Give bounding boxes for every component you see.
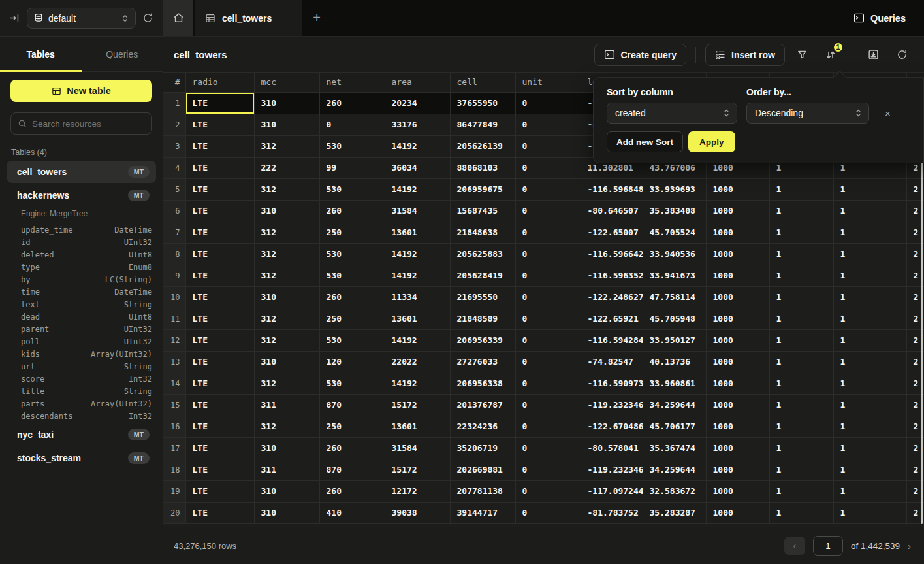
table-cell[interactable]: 45.705524 xyxy=(643,222,706,243)
table-cell[interactable]: 310 xyxy=(254,200,319,222)
table-cell[interactable]: 312 xyxy=(254,243,319,265)
table-cell[interactable]: 205626139 xyxy=(450,135,515,157)
column-header-net[interactable]: net xyxy=(319,73,385,92)
table-cell[interactable]: 1 xyxy=(769,394,833,416)
table-cell[interactable]: 0 xyxy=(515,200,581,222)
new-table-button[interactable]: New table xyxy=(10,80,152,102)
sort-order-select[interactable]: Descending xyxy=(746,103,869,124)
table-cell[interactable]: LTE xyxy=(185,265,254,286)
sort-button[interactable]: 1 xyxy=(819,43,842,67)
table-cell[interactable]: -122.65921 xyxy=(581,308,643,329)
table-cell[interactable]: 15172 xyxy=(385,459,450,480)
table-cell[interactable]: 1000 xyxy=(706,329,769,351)
table-cell[interactable]: 0 xyxy=(515,178,581,200)
table-cell[interactable]: 0 xyxy=(515,416,581,437)
table-cell[interactable]: 0 xyxy=(515,243,581,265)
tab-cell-towers[interactable]: cell_towers xyxy=(195,0,302,36)
table-cell[interactable]: 45.705948 xyxy=(643,308,706,329)
table-cell[interactable]: 1 xyxy=(769,480,833,502)
table-cell[interactable]: 1000 xyxy=(706,243,769,265)
apply-sort-button[interactable]: Apply xyxy=(688,131,735,152)
table-cell[interactable]: LTE xyxy=(185,286,254,308)
table-cell[interactable]: 250 xyxy=(319,222,385,243)
sort-column-select[interactable]: created xyxy=(607,103,737,124)
table-cell[interactable]: -116.596352 xyxy=(581,265,643,286)
insert-row-button[interactable]: Insert row xyxy=(705,44,785,66)
table-cell[interactable]: 312 xyxy=(254,416,319,437)
table-cell[interactable]: 1 xyxy=(833,459,906,480)
table-cell[interactable]: LTE xyxy=(185,416,254,437)
table-cell[interactable]: 222 xyxy=(254,157,319,178)
table-cell[interactable]: 99 xyxy=(319,157,385,178)
table-cell[interactable]: LTE xyxy=(185,437,254,459)
table-cell[interactable]: 1 xyxy=(769,200,833,222)
table-cell[interactable]: 32.583672 xyxy=(643,480,706,502)
table-cell[interactable]: 312 xyxy=(254,373,319,394)
table-cell[interactable]: 312 xyxy=(254,135,319,157)
table-cell[interactable]: 14192 xyxy=(385,265,450,286)
table-cell[interactable]: LTE xyxy=(185,459,254,480)
table-cell[interactable]: -74.82547 xyxy=(581,351,643,373)
table-cell[interactable]: 0 xyxy=(515,157,581,178)
table-cell[interactable]: LTE xyxy=(185,351,254,373)
table-cell[interactable]: 0 xyxy=(515,308,581,329)
home-tab[interactable] xyxy=(163,0,193,36)
table-cell[interactable]: 27276033 xyxy=(450,351,515,373)
table-cell[interactable]: 33.950127 xyxy=(643,329,706,351)
table-cell[interactable]: 1 xyxy=(769,178,833,200)
table-cell[interactable]: 14192 xyxy=(385,178,450,200)
table-cell[interactable]: 88068103 xyxy=(450,157,515,178)
queries-button[interactable]: Queries xyxy=(853,13,906,24)
sidebar-table-cell_towers[interactable]: cell_towersMT xyxy=(7,161,156,183)
table-cell[interactable]: 1000 xyxy=(706,480,769,502)
sidebar-table-nyc_taxi[interactable]: nyc_taxiMT xyxy=(7,423,156,446)
table-cell[interactable]: 1 xyxy=(833,286,906,308)
column-header-area[interactable]: area xyxy=(385,73,450,92)
table-cell[interactable]: -119.232346 xyxy=(581,394,643,416)
table-cell[interactable]: 1000 xyxy=(706,178,769,200)
table-cell[interactable]: 15687435 xyxy=(450,200,515,222)
table-cell[interactable]: 1000 xyxy=(706,265,769,286)
table-cell[interactable]: 1 xyxy=(833,265,906,286)
table-cell[interactable]: LTE xyxy=(185,394,254,416)
table-cell[interactable]: 31584 xyxy=(385,437,450,459)
table-cell[interactable]: 0 xyxy=(515,480,581,502)
table-cell[interactable]: 310 xyxy=(254,92,319,114)
table-cell[interactable]: 12172 xyxy=(385,480,450,502)
table-cell[interactable]: 14192 xyxy=(385,135,450,157)
table-cell[interactable]: 1000 xyxy=(706,459,769,480)
table-cell[interactable]: -80.646507 xyxy=(581,200,643,222)
table-cell[interactable]: 35.283287 xyxy=(643,502,706,523)
table-cell[interactable]: LTE xyxy=(185,373,254,394)
table-cell[interactable]: 310 xyxy=(254,114,319,135)
table-cell[interactable]: 33176 xyxy=(385,114,450,135)
table-cell[interactable]: 260 xyxy=(319,200,385,222)
table-cell[interactable]: 530 xyxy=(319,135,385,157)
table-cell[interactable]: 21695550 xyxy=(450,286,515,308)
table-cell[interactable]: 1 xyxy=(769,502,833,523)
table-cell[interactable]: 0 xyxy=(515,351,581,373)
table-cell[interactable]: 530 xyxy=(319,329,385,351)
table-cell[interactable]: 45.706177 xyxy=(643,416,706,437)
table-cell[interactable]: 11334 xyxy=(385,286,450,308)
table-cell[interactable]: 15172 xyxy=(385,394,450,416)
table-cell[interactable]: 14192 xyxy=(385,243,450,265)
table-cell[interactable]: 1 xyxy=(769,351,833,373)
table-cell[interactable]: 312 xyxy=(254,308,319,329)
previous-page-button[interactable]: ‹ xyxy=(784,537,805,555)
table-cell[interactable]: 1 xyxy=(833,200,906,222)
table-cell[interactable]: LTE xyxy=(185,243,254,265)
table-cell[interactable]: -122.248627 xyxy=(581,286,643,308)
add-new-sort-button[interactable]: Add new Sort xyxy=(607,131,683,152)
table-cell[interactable]: 1 xyxy=(833,394,906,416)
table-cell[interactable]: 0 xyxy=(515,459,581,480)
table-cell[interactable]: -122.65007 xyxy=(581,222,643,243)
table-cell[interactable]: 35.367474 xyxy=(643,437,706,459)
download-button[interactable] xyxy=(861,43,885,67)
page-number-input[interactable] xyxy=(813,536,843,556)
table-cell[interactable]: 202669881 xyxy=(450,459,515,480)
table-cell[interactable]: 1 xyxy=(769,459,833,480)
table-cell[interactable]: 870 xyxy=(319,394,385,416)
table-cell[interactable]: 0 xyxy=(515,265,581,286)
table-cell[interactable]: 13601 xyxy=(385,222,450,243)
